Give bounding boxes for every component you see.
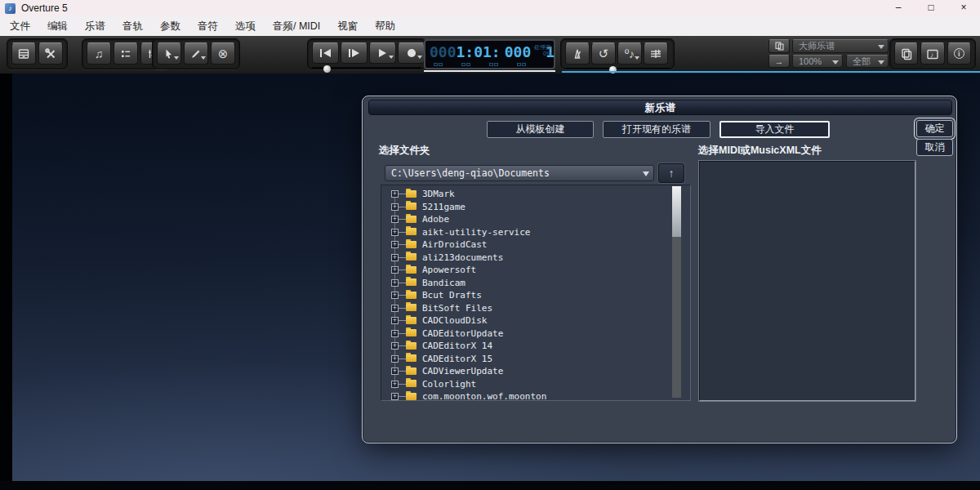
folder-path-select[interactable]: C:\Users\deng-qiao\Documents [385, 165, 654, 181]
menu-item[interactable]: 编辑 [47, 20, 68, 33]
menu-item[interactable]: 帮助 [375, 20, 395, 33]
play-icon [379, 49, 386, 57]
menu-item[interactable]: 文件 [10, 20, 30, 33]
record-button[interactable] [398, 42, 425, 64]
folder-tree-item[interactable]: + aikt-utility-service [391, 226, 690, 239]
menu-item[interactable]: 音频/ MIDI [273, 20, 320, 33]
scope-select[interactable]: 全部 [846, 55, 889, 68]
folder-tree-item[interactable]: + CADEditorX 15 [391, 353, 690, 366]
menu-item[interactable]: 音轨 [122, 20, 143, 33]
menu-item[interactable]: 音符 [198, 20, 218, 33]
maximize-button[interactable]: □ [915, 0, 947, 16]
play-notes-button[interactable]: º♪ [617, 42, 642, 65]
tree-scrollbar-thumb[interactable] [672, 186, 681, 237]
folder-tree-item[interactable]: + 3DMark [391, 188, 690, 201]
cursor-icon [163, 47, 176, 60]
new-score-dialog: 新乐谱 从模板创建 打开现有的乐谱 导入文件 确定 取消 选择文件夹 选择MID… [362, 96, 957, 443]
folder-icon [406, 354, 416, 362]
pencil-button[interactable] [184, 42, 208, 65]
folder-icon [406, 216, 416, 223]
tab-open-existing[interactable]: 打开现有的乐谱 [603, 121, 710, 138]
expand-icon[interactable]: + [391, 393, 399, 400]
cpu-value: 0% [534, 51, 551, 57]
utility-group: ♪ i [889, 38, 976, 69]
cancel-button[interactable]: 取消 [916, 139, 953, 156]
folder-tree-item[interactable]: + CADViewerUpdate [391, 365, 690, 378]
menu-item[interactable]: 乐谱 [85, 20, 105, 33]
folder-icon [406, 292, 416, 299]
expand-icon[interactable]: + [391, 317, 399, 324]
folder-tree-item[interactable]: + com.moonton.wof.moonton [391, 390, 690, 401]
expand-icon[interactable]: + [391, 305, 399, 312]
folder-name: CADEditorX 14 [422, 341, 492, 351]
folder-tree-item[interactable]: + CADEditorUpdate [391, 327, 690, 341]
position-slider[interactable] [312, 67, 421, 69]
expand-icon[interactable]: + [391, 216, 399, 223]
folder-tree-item[interactable]: + BitSoft Files [391, 302, 690, 315]
folder-name: aikt-utility-service [422, 227, 530, 238]
library-button[interactable]: ♪ [920, 42, 944, 65]
folder-tree-item[interactable]: + ali213documents [391, 252, 690, 265]
menu-item[interactable]: 视窗 [337, 20, 358, 33]
pencil-icon [189, 47, 203, 60]
expand-icon[interactable]: + [391, 342, 399, 350]
expand-icon[interactable]: + [391, 292, 399, 299]
folder-name: AirDroidCast [422, 239, 487, 250]
minimize-button[interactable]: – [882, 0, 915, 16]
folder-tree-item[interactable]: + Bandicam [391, 277, 690, 290]
folder-name: CADEditorUpdate [422, 328, 503, 339]
folder-tree-item[interactable]: + Apowersoft [391, 264, 690, 277]
folder-tree-item[interactable]: + Colorlight [391, 378, 690, 391]
folder-tree-item[interactable]: + CADCloudDisk [391, 314, 690, 327]
tempo-slider[interactable] [565, 68, 670, 69]
zoom-select[interactable]: 100% [792, 55, 843, 68]
copy-button[interactable] [894, 42, 918, 65]
score-view-button[interactable] [768, 39, 790, 53]
expand-icon[interactable]: + [391, 279, 399, 287]
eraser-button[interactable]: ⊗ [211, 42, 235, 65]
main-toolbar: ♫ [0, 36, 980, 74]
menu-item[interactable]: 选项 [235, 20, 256, 33]
go-to-button[interactable]: → [768, 55, 790, 68]
tab-import-file[interactable]: 导入文件 [719, 121, 830, 138]
select-cursor-button[interactable] [157, 42, 181, 65]
rewind-button[interactable] [312, 42, 339, 64]
menu-item[interactable]: 参数 [160, 20, 180, 33]
pages-icon [774, 41, 785, 51]
ok-button[interactable]: 确定 [916, 120, 953, 137]
step-forward-button[interactable] [341, 42, 368, 64]
expand-icon[interactable]: + [391, 355, 399, 363]
expand-icon[interactable]: + [391, 381, 399, 388]
loop-button[interactable]: ↺ [591, 42, 616, 65]
expand-icon[interactable]: + [391, 368, 399, 375]
info-button[interactable]: i [947, 42, 971, 65]
tools-button[interactable] [38, 42, 63, 65]
close-button[interactable]: × [947, 0, 980, 16]
folder-tree-item[interactable]: + CADEditorX 14 [391, 340, 690, 353]
score-select[interactable]: 大师乐谱 [792, 39, 889, 53]
folder-tree-item[interactable]: + 5211game [391, 201, 690, 214]
scroll-view-button[interactable] [644, 42, 668, 65]
expand-icon[interactable]: + [391, 229, 399, 236]
metronome-button[interactable] [565, 42, 590, 65]
midi-file-list[interactable] [699, 161, 915, 401]
notation-button[interactable]: ♫ [87, 42, 111, 65]
expand-icon[interactable]: + [391, 330, 399, 337]
expand-icon[interactable]: + [391, 203, 399, 211]
save-button[interactable] [11, 42, 36, 65]
folder-icon [406, 393, 416, 400]
expand-icon[interactable]: + [391, 266, 399, 274]
tab-create-from-template[interactable]: 从模板创建 [487, 121, 594, 138]
parent-folder-button[interactable]: ↑ [658, 163, 684, 183]
file-tool-group [7, 38, 68, 69]
expand-icon[interactable]: + [391, 241, 399, 248]
expand-icon[interactable]: + [391, 254, 399, 261]
tree-scrollbar[interactable] [672, 186, 681, 398]
track-list-button[interactable] [114, 42, 138, 65]
folder-tree-item[interactable]: + Adobe [391, 213, 690, 226]
folder-tree-item[interactable]: + Bcut Drafts [391, 289, 690, 302]
folder-tree-item[interactable]: + AirDroidCast [391, 238, 690, 252]
expand-icon[interactable]: + [391, 190, 399, 198]
position-slider-knob[interactable] [323, 65, 331, 73]
play-button[interactable] [369, 42, 396, 64]
